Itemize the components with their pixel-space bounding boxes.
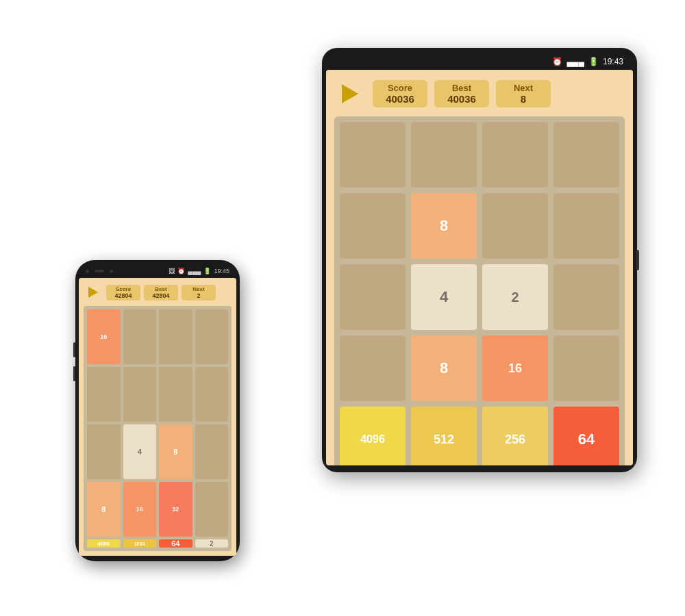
phone-best-value: 42804	[149, 292, 173, 299]
table-row	[340, 335, 406, 401]
list-item	[195, 367, 229, 422]
tablet-next-box: Next 8	[496, 80, 551, 107]
table-row	[553, 122, 619, 188]
list-item: 64	[159, 539, 192, 548]
phone-header: Score 42804 Best 42804 Next 2	[84, 283, 232, 302]
tablet-next-value: 8	[506, 93, 541, 105]
phone-volume-down-button[interactable]	[73, 366, 75, 381]
phone-alarm-icon: ⏰	[177, 268, 185, 274]
table-row	[411, 122, 477, 188]
phone-time: 19:45	[214, 268, 229, 274]
phone-best-box: Best 42804	[144, 285, 178, 300]
table-row	[553, 264, 619, 330]
table-row: 4	[411, 264, 477, 330]
phone-game-grid: 16 4 8 8 16 32 4096	[84, 306, 232, 551]
list-item: 4096	[87, 539, 121, 548]
phone-device: 🖼 ⏰ ▄▄▄ 🔋 19:45 Score 42804 Best 42804	[75, 260, 240, 561]
tablet-game-grid: 8 4 2 8 16 4096 512 256 64	[334, 116, 625, 465]
tablet-best-value: 40036	[444, 93, 480, 105]
play-icon	[88, 287, 98, 298]
phone-status-bar: 🖼 ⏰ ▄▄▄ 🔋 19:45	[169, 268, 229, 274]
tablet-best-box: Best 40036	[434, 80, 489, 107]
tablet-header: Score 40036 Best 40036 Next 8	[334, 78, 625, 110]
phone-next-label: Next	[186, 286, 211, 292]
phone-volume-up-button[interactable]	[73, 342, 75, 357]
table-row	[553, 335, 619, 401]
table-row: 16	[482, 335, 548, 401]
tablet-alarm-icon: ⏰	[552, 57, 562, 66]
list-item: 16	[123, 482, 157, 537]
tablet-power-button[interactable]	[636, 250, 639, 270]
tablet-score-value: 40036	[382, 93, 418, 105]
table-row: 2	[482, 264, 548, 330]
list-item	[159, 367, 192, 422]
list-item: 16	[87, 309, 121, 364]
list-item	[87, 367, 121, 422]
phone-image-icon: 🖼	[169, 268, 175, 274]
table-row	[340, 264, 406, 330]
sensor-icon	[110, 270, 113, 273]
phone-next-value: 2	[186, 292, 211, 299]
list-item	[195, 424, 229, 479]
scene: ⏰ ▄▄▄ 🔋 19:43 Score 40036 Best 40036	[34, 27, 651, 589]
table-row	[482, 193, 548, 259]
speaker-icon	[95, 270, 104, 272]
tablet-score-box: Score 40036	[373, 80, 427, 107]
tablet-best-label: Best	[444, 83, 480, 93]
table-row: 8	[411, 193, 477, 259]
tablet-device: ⏰ ▄▄▄ 🔋 19:43 Score 40036 Best 40036	[322, 48, 637, 472]
phone-battery-icon: 🔋	[203, 268, 211, 274]
table-row: 4096	[340, 407, 406, 465]
list-item	[159, 309, 192, 364]
list-item	[195, 482, 229, 537]
tablet-status-bar: ⏰ ▄▄▄ 🔋 19:43	[326, 53, 633, 70]
list-item: 2	[195, 539, 229, 548]
tablet-screen: Score 40036 Best 40036 Next 8	[326, 70, 633, 465]
list-item	[123, 309, 157, 364]
table-row	[482, 122, 548, 188]
tablet-score-label: Score	[382, 83, 418, 93]
play-icon	[342, 84, 358, 103]
phone-camera	[86, 270, 113, 273]
phone-signal-icon: ▄▄▄	[188, 268, 201, 274]
phone-score-box: Score 42804	[106, 285, 140, 300]
table-row	[553, 193, 619, 259]
list-item	[123, 367, 157, 422]
list-item: 1024	[123, 539, 157, 548]
phone-screen: Score 42804 Best 42804 Next 2 16	[79, 278, 236, 556]
tablet-play-button[interactable]	[334, 78, 366, 110]
table-row	[340, 193, 406, 259]
tablet-signal-icon: ▄▄▄	[566, 57, 584, 66]
table-row: 8	[411, 335, 477, 401]
phone-score-label: Score	[111, 286, 136, 292]
list-item	[87, 424, 121, 479]
list-item: 8	[159, 424, 192, 479]
tablet-time: 19:43	[603, 57, 623, 66]
table-row: 512	[411, 407, 477, 465]
phone-best-label: Best	[149, 286, 173, 292]
table-row: 256	[482, 407, 548, 465]
table-row: 64	[553, 407, 619, 465]
phone-play-button[interactable]	[84, 283, 103, 302]
phone-top-bar: 🖼 ⏰ ▄▄▄ 🔋 19:45	[79, 264, 236, 278]
list-item: 32	[159, 482, 192, 537]
phone-next-box: Next 2	[182, 285, 216, 300]
tablet-next-label: Next	[506, 83, 541, 93]
list-item: 8	[87, 482, 121, 537]
table-row	[340, 122, 406, 188]
front-camera-icon	[86, 270, 89, 273]
list-item: 4	[123, 424, 157, 479]
tablet-battery-icon: 🔋	[588, 57, 599, 66]
list-item	[195, 309, 229, 364]
phone-score-value: 42804	[111, 292, 136, 299]
